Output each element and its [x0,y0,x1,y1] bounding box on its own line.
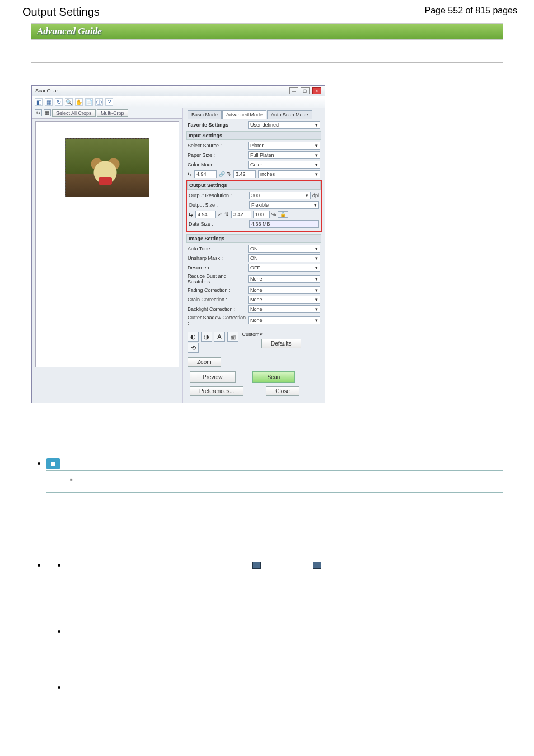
maximize-button[interactable]: ▢ [301,87,310,94]
link-icon[interactable]: 🔗 [217,171,227,177]
grain[interactable]: None▾ [248,296,320,304]
backlight[interactable]: None▾ [248,305,320,313]
color-mode[interactable]: Color▾ [248,161,320,169]
note-list [46,473,503,483]
fading[interactable]: None▾ [248,286,320,294]
select-all-crops-button[interactable]: Select All Crops [52,109,96,117]
toolbar-icon[interactable]: ◧ [35,98,43,106]
custom-select[interactable]: Custom▾ [242,332,320,337]
chevron-down-icon: ▾ [315,318,318,323]
toolbar: ◧ ▦ ↻ 🔍 ✋ 📄 ⓘ ? [32,96,325,108]
toolbar-icon[interactable]: 🔍 [65,98,73,106]
list-item [46,504,503,692]
color-mode-value: Color [250,162,263,167]
output-size-value: Flexible [251,202,269,208]
chevron-down-icon: ▾ [315,297,318,302]
note-icon: ≣ [46,458,60,469]
auto-tone-value: ON [250,246,258,251]
input-unit[interactable]: inches▾ [258,170,320,178]
data-size: 4.36 MB [249,220,319,228]
auto-tone[interactable]: ON▾ [248,245,320,253]
favorite-select[interactable]: User defined▾ [248,121,320,129]
paper-size-label: Paper Size : [188,152,248,158]
input-width[interactable]: 4.94 [194,170,217,178]
output-width[interactable]: 4.94 [195,211,216,218]
close-button[interactable]: X [312,87,321,94]
input-height[interactable]: 3.42 [233,170,256,178]
width-icon: ⇆ [188,171,194,177]
color-mode-label: Color Mode : [188,162,248,167]
output-size-label: Output Size : [189,202,249,208]
note-item [70,473,503,483]
lock-icon[interactable]: 🔒 [278,211,288,218]
fading-label: Fading Correction : [188,287,248,293]
chevron-down-icon: ▾ [315,255,318,261]
data-size-label: Data Size : [189,221,249,227]
thumb-icon[interactable]: ▦ [44,109,51,116]
tab-auto[interactable]: Auto Scan Mode [267,110,312,119]
preferences-button[interactable]: Preferences... [190,386,243,396]
reset-icon[interactable]: ⟲ [188,343,199,353]
preview-image [65,138,149,197]
scan-button[interactable]: Scan [252,371,296,383]
defaults-button[interactable]: Defaults [261,339,301,348]
output-size[interactable]: Flexible▾ [249,201,319,209]
output-height[interactable]: 3.42 [231,211,251,218]
list-item: ≣ Note [46,419,503,493]
chevron-down-icon: ▾ [315,152,318,158]
preview-area[interactable] [35,121,179,367]
chevron-down-icon: ▾ [315,143,318,148]
ratio-icon[interactable]: ⤢ [216,212,224,217]
dust-label: Reduce Dust and Scratches : [188,273,248,284]
divider [31,62,503,63]
height-icon: ⇅ [227,171,233,177]
note-divider [46,470,503,471]
preview-button[interactable]: Preview [190,371,236,383]
adjust-icon[interactable]: ◑ [201,332,212,342]
output-scale[interactable]: 100 [253,211,270,218]
orientation-icon [252,562,261,569]
select-source[interactable]: Platen▾ [248,142,320,150]
unsharp-value: ON [250,255,258,261]
zoom-button[interactable]: Zoom [188,357,221,367]
select-source-label: Select Source : [188,143,248,148]
orientation-icon [313,562,321,569]
toolbar-icon[interactable]: ? [105,98,113,106]
gutter[interactable]: None▾ [248,316,320,324]
image-settings-header: Image Settings [186,234,321,243]
adjust-icon[interactable]: ◐ [188,332,199,342]
chevron-down-icon: ▾ [315,171,318,177]
close-button[interactable]: Close [266,386,299,396]
select-source-value: Platen [250,143,265,148]
multi-crop-button[interactable]: Multi-Crop [97,109,128,117]
output-settings-header: Output Settings [187,181,321,190]
toolbar-icon[interactable]: ▦ [45,98,53,106]
chevron-down-icon: ▾ [314,202,317,208]
paper-size[interactable]: Full Platen▾ [248,151,320,159]
descreen[interactable]: OFF▾ [248,264,320,272]
unsharp[interactable]: ON▾ [248,254,320,262]
toolbar-icon[interactable]: ↻ [55,98,63,106]
custom-value: Custom [242,332,260,337]
toolbar-icon[interactable]: ✋ [75,98,83,106]
favorite-label: Favorite Settings [188,122,248,128]
unsharp-label: Unsharp Mask : [188,255,248,261]
output-settings-highlight: Output Settings Output Resolution :300▾d… [186,180,322,232]
minimize-button[interactable]: — [289,87,298,94]
adjust-icon[interactable]: A [214,332,225,342]
adjust-icon[interactable]: ▧ [227,332,238,342]
crop-icon[interactable]: ✂ [35,109,42,116]
grain-value: None [250,297,263,302]
body-list: ≣ Note [31,419,503,692]
toolbar-icon[interactable]: ⓘ [95,98,103,106]
tab-advanced[interactable]: Advanced Mode [222,110,266,119]
page-number: Page 552 of 815 pages [425,6,517,18]
dust[interactable]: None▾ [248,275,320,283]
sub-item [67,682,503,692]
toolbar-icon[interactable]: 📄 [85,98,93,106]
output-resolution[interactable]: 300▾ [249,192,311,199]
tab-basic[interactable]: Basic Mode [188,110,222,119]
note-divider [46,492,503,493]
sub-item [67,626,503,654]
gutter-value: None [250,318,263,323]
